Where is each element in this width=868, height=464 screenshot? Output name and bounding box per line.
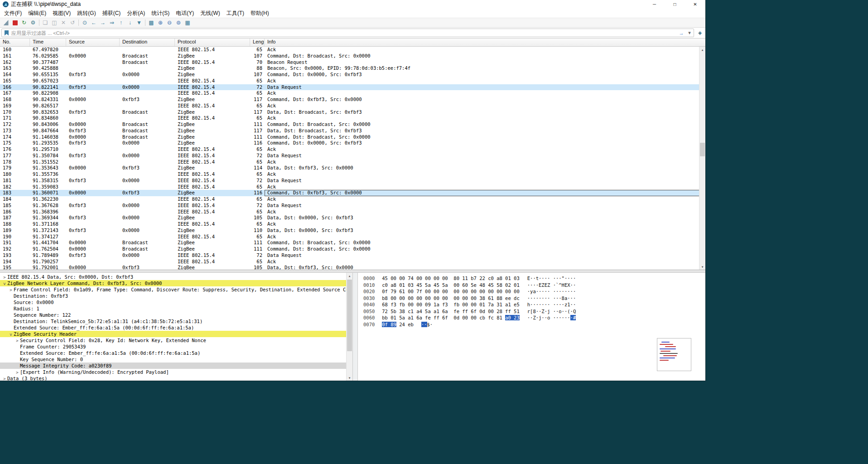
packet-row[interactable]: 16390.425888ZigBee88Beacon, Src: 0x0000,… xyxy=(0,65,705,72)
pane-splitter-horizontal[interactable] xyxy=(0,270,705,273)
hex-row[interactable]: 0010c0 a8 01 03 45 5a 45 5a 00 60 5e 48 … xyxy=(363,282,705,289)
packet-row[interactable]: 18491.362230IEEE 802.15.465Ack xyxy=(0,196,705,203)
packet-row[interactable]: 18291.359083IEEE 802.15.465Ack xyxy=(0,184,705,190)
packet-row[interactable]: 17591.2935350xfbf30x0000ZigBee116Command… xyxy=(0,140,705,146)
tree-item[interactable]: Key Sequence Number: 0 xyxy=(0,356,352,362)
expand-arrow-icon[interactable]: > xyxy=(14,369,20,375)
restart-capture-button[interactable]: ↻ xyxy=(19,19,29,27)
packet-row[interactable]: 16590.657023IEEE 802.15.465Ack xyxy=(0,78,705,84)
packet-row[interactable]: 18891.371168IEEE 802.15.465Ack xyxy=(0,221,705,227)
scroll-down-icon[interactable]: ▼ xyxy=(347,375,352,381)
column-header-protocol[interactable]: Protocol xyxy=(175,39,250,46)
open-file-button[interactable]: ❏ xyxy=(41,19,50,27)
tree-item[interactable]: Message Integrity Code: a0230f89 xyxy=(0,362,352,369)
packet-row[interactable]: 16990.826517IEEE 802.15.465Ack xyxy=(0,103,705,109)
filter-bookmark-icon[interactable] xyxy=(5,30,9,36)
column-header-length[interactable]: Lengt xyxy=(250,39,265,46)
auto-scroll-button[interactable]: ▼ xyxy=(135,19,144,27)
tree-item[interactable]: Radius: 1 xyxy=(0,305,352,312)
filter-dropdown-icon[interactable]: ▾ xyxy=(685,30,694,36)
tree-item[interactable]: Source: 0x0000 xyxy=(0,299,352,305)
packet-row[interactable]: 17390.8476640xfbf3BroadcastZigBee117Data… xyxy=(0,128,705,134)
tree-item[interactable]: Sequence Number: 122 xyxy=(0,312,352,318)
packet-list-scrollbar[interactable]: ▲ ▼ xyxy=(699,47,705,270)
scroll-thumb[interactable] xyxy=(700,143,705,156)
menu-item-file[interactable]: 文件(F) xyxy=(1,9,25,18)
packet-row[interactable]: 18591.3676280xfbf30x0000IEEE 802.15.472D… xyxy=(0,203,705,209)
capture-options-button[interactable]: ⚙ xyxy=(29,19,38,27)
add-filter-button[interactable]: + xyxy=(696,29,704,37)
display-filter-input[interactable] xyxy=(11,30,677,36)
menu-item-telephony[interactable]: 电话(Y) xyxy=(173,9,197,18)
column-header-info[interactable]: Info xyxy=(265,39,705,46)
packet-row[interactable]: 19491.790257IEEE 802.15.465Ack xyxy=(0,259,705,265)
menu-item-capture[interactable]: 捕获(C) xyxy=(99,9,124,18)
packet-row[interactable]: 18691.368396IEEE 802.15.465Ack xyxy=(0,209,705,215)
close-file-button[interactable]: ✕ xyxy=(59,19,68,27)
hex-row[interactable]: 0060bb 01 5a a1 6a fe ff 6f 0d 00 00 cb … xyxy=(363,314,705,321)
hex-row[interactable]: 00200f 79 61 00 7f 00 00 00 00 00 00 00 … xyxy=(363,288,705,295)
hex-row[interactable]: 004068 f3 fb 00 00 09 1a f3 fb 00 00 01 … xyxy=(363,301,705,308)
hex-row[interactable]: 000045 00 00 74 00 00 00 00 80 11 b7 22 … xyxy=(363,275,705,282)
tree-item[interactable]: Extended Source: Ember_ff:fe:6a:a1:5a (0… xyxy=(0,350,352,356)
menu-item-view[interactable]: 视图(V) xyxy=(49,9,74,18)
go-to-packet-button[interactable]: ⇒ xyxy=(107,19,116,27)
packet-row[interactable]: 16176.0295850x0000BroadcastZigBee107Comm… xyxy=(0,53,705,59)
packet-row[interactable]: 17791.3507840xfbf30x0000IEEE 802.15.472D… xyxy=(0,153,705,159)
tree-item[interactable]: >Data (3 bytes) xyxy=(0,375,352,381)
stop-capture-button[interactable] xyxy=(10,19,19,27)
zoom-in-button[interactable]: ⊕ xyxy=(156,19,165,27)
colorize-button[interactable]: ▩ xyxy=(147,19,156,27)
go-first-button[interactable]: ↑ xyxy=(116,19,125,27)
menu-item-edit[interactable]: 编辑(E) xyxy=(25,9,49,18)
packet-row[interactable]: 17691.295710IEEE 802.15.465Ack xyxy=(0,146,705,153)
menu-item-go[interactable]: 跳转(G) xyxy=(74,9,99,18)
title-bar[interactable]: 正在捕获 \\.\pipe\tiwspc_data ─ □ ✕ xyxy=(0,0,705,9)
packet-row[interactable]: 18391.3600710x00000xfbf3ZigBee116Command… xyxy=(0,190,705,196)
tree-item[interactable]: >Frame Control Field: 0x1a09, Frame Type… xyxy=(0,286,352,293)
maximize-button[interactable]: □ xyxy=(665,0,685,9)
packet-row[interactable]: 16067.497820IEEE 802.15.465Ack xyxy=(0,47,705,53)
expand-arrow-icon[interactable]: > xyxy=(14,338,20,343)
packet-row[interactable]: 16690.8221410xfbf30x0000IEEE 802.15.472D… xyxy=(0,84,705,91)
go-forward-button[interactable]: → xyxy=(98,19,107,27)
tree-item[interactable]: Destination: TelinkSemico_5b:72:e5:a1:31… xyxy=(0,318,352,324)
reload-button[interactable]: ↺ xyxy=(68,19,77,27)
collapse-arrow-icon[interactable]: v xyxy=(8,331,14,337)
column-header-time[interactable]: Time xyxy=(30,39,66,46)
tree-item[interactable]: vZigBee Security Header xyxy=(0,331,352,337)
packet-row[interactable]: 19391.7894890xfbf30x0000IEEE 802.15.472D… xyxy=(0,252,705,259)
scroll-down-icon[interactable]: ▼ xyxy=(699,264,705,270)
expand-arrow-icon[interactable]: > xyxy=(2,376,7,381)
packet-row[interactable]: 18991.3721430xfbf30x0000ZigBee110Data, D… xyxy=(0,227,705,234)
tree-item[interactable]: >[Expert Info (Warning/Undecoded): Encry… xyxy=(0,369,352,375)
hex-row[interactable]: 0030b8 00 00 00 00 00 00 00 00 00 00 38 … xyxy=(363,295,705,302)
packet-row[interactable]: 17090.8326530xfbf3BroadcastZigBee117Data… xyxy=(0,109,705,116)
go-last-button[interactable]: ↓ xyxy=(125,19,135,27)
packet-row[interactable]: 16890.8243310x00000xfbf3ZigBee117Command… xyxy=(0,97,705,103)
packet-row[interactable]: 17991.3536430x00000xfbf3ZigBee114Data, D… xyxy=(0,165,705,171)
packet-row[interactable]: 18191.3583150xfbf30x0000IEEE 802.15.472D… xyxy=(0,178,705,184)
menu-item-tools[interactable]: 工具(T) xyxy=(223,9,247,18)
hex-row[interactable]: 00700f 89 24 eb··$· xyxy=(363,321,705,328)
expand-arrow-icon[interactable]: > xyxy=(8,287,14,293)
zoom-100-button[interactable]: ⊚ xyxy=(174,19,183,27)
expand-arrow-icon[interactable]: > xyxy=(2,274,7,280)
menu-item-statistics[interactable]: 统计(S) xyxy=(148,9,173,18)
hex-row[interactable]: 005072 5b 38 c1 a4 5a a1 6a fe ff 6f 0d … xyxy=(363,308,705,315)
find-packet-button[interactable]: ⊙ xyxy=(80,19,89,27)
packet-row[interactable]: 18091.355736IEEE 802.15.465Ack xyxy=(0,171,705,178)
packet-row[interactable]: 17891.351552IEEE 802.15.465Ack xyxy=(0,159,705,165)
packet-row[interactable]: 19591.7920010x00000xfbf3ZigBee105Data, D… xyxy=(0,265,705,270)
detail-scrollbar[interactable]: ▲ ▼ xyxy=(346,273,352,381)
tree-item[interactable]: vZigBee Network Layer Command, Dst: 0xfb… xyxy=(0,280,352,286)
save-file-button[interactable]: ◫ xyxy=(50,19,59,27)
scroll-up-icon[interactable]: ▲ xyxy=(347,273,352,279)
menu-item-analyze[interactable]: 分析(A) xyxy=(124,9,148,18)
packet-row[interactable]: 17290.8430060x0000BroadcastZigBee111Comm… xyxy=(0,121,705,128)
column-header-source[interactable]: Source xyxy=(66,39,120,46)
go-back-button[interactable]: ← xyxy=(89,19,98,27)
minimize-button[interactable]: ─ xyxy=(644,0,665,9)
close-button[interactable]: ✕ xyxy=(685,0,705,9)
display-filter-box[interactable]: → ▾ xyxy=(1,29,694,37)
